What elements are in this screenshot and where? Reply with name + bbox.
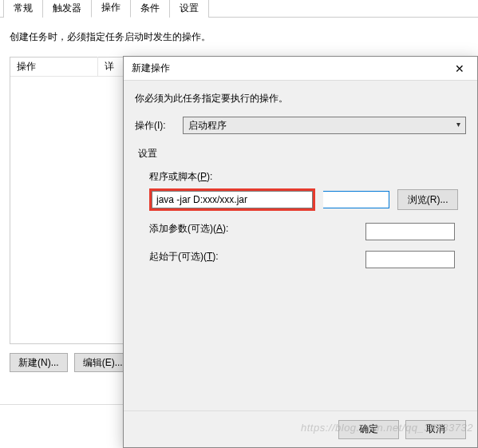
program-input-highlight — [149, 188, 315, 211]
args-label: 添加参数(可选)(A): — [149, 222, 228, 236]
program-input[interactable] — [152, 191, 313, 208]
tab-triggers[interactable]: 触发器 — [42, 0, 92, 18]
tab-conditions[interactable]: 条件 — [130, 0, 170, 18]
tab-description: 创建任务时，必须指定任务启动时发生的操作。 — [0, 18, 478, 52]
startin-label: 起始于(可选)(T): — [149, 250, 219, 264]
settings-group-label: 设置 — [135, 142, 466, 162]
startin-input[interactable] — [365, 251, 455, 268]
ok-button[interactable]: 确定 — [338, 420, 399, 439]
cancel-button[interactable]: 取消 — [405, 420, 466, 439]
program-label: 程序或脚本(P): — [149, 170, 458, 184]
dialog-titlebar: 新建操作 ✕ — [124, 57, 477, 81]
settings-group: 设置 程序或脚本(P): 浏览(R)... 添加参数(可选)(A): 起始于(可… — [135, 142, 466, 283]
tab-general[interactable]: 常规 — [3, 0, 43, 18]
program-input-extend[interactable] — [323, 191, 389, 208]
action-row: 操作(I): 启动程序 — [124, 113, 477, 137]
new-button[interactable]: 新建(N)... — [10, 353, 68, 372]
action-label: 操作(I): — [135, 119, 176, 133]
action-buttons: 新建(N)... 编辑(E)... — [10, 353, 132, 372]
close-icon[interactable]: ✕ — [441, 57, 477, 81]
dialog-description: 你必须为此任务指定要执行的操作。 — [124, 81, 477, 113]
new-action-dialog: 新建操作 ✕ 你必须为此任务指定要执行的操作。 操作(I): 启动程序 设置 程… — [123, 56, 478, 448]
tab-settings[interactable]: 设置 — [169, 0, 209, 18]
dialog-title-text: 新建操作 — [132, 61, 170, 75]
browse-button[interactable]: 浏览(R)... — [397, 189, 458, 210]
tab-strip: 常规 触发器 操作 条件 设置 — [0, 0, 478, 18]
args-input[interactable] — [365, 223, 455, 240]
col-action[interactable]: 操作 — [10, 57, 98, 77]
tab-actions[interactable]: 操作 — [91, 0, 131, 18]
action-select-value: 启动程序 — [188, 119, 227, 133]
dialog-footer: 确定 取消 — [124, 410, 477, 447]
action-select[interactable]: 启动程序 — [183, 117, 466, 134]
